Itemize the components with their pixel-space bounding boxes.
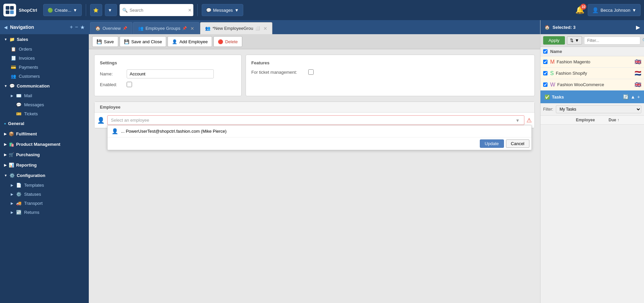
tasks-collapse-icon[interactable]: ▲ [631, 94, 635, 100]
sidebar-item-orders[interactable]: 📋 Orders [0, 45, 89, 54]
clear-search-icon[interactable]: ✕ [188, 8, 192, 13]
employee-dropdown-item[interactable]: 👤 ... PowerUserTest@shopctrl.fashion.com… [108, 125, 531, 137]
sidebar-section-configuration[interactable]: ▼ ⚙️ Configuration [0, 170, 89, 181]
save-icon: 💾 [96, 39, 102, 44]
tasks-filter-select[interactable]: My Tasks [556, 105, 641, 113]
sidebar-section-product-management[interactable]: ▶ 🛍️ Product Management [0, 139, 89, 149]
fulfilment-caret-icon: ▶ [4, 132, 7, 136]
tasks-refresh-icon[interactable]: 🔄 [623, 94, 629, 100]
sidebar-item-mail[interactable]: ▶ ✉️ Mail [0, 91, 89, 100]
payments-icon: 💳 [11, 65, 16, 70]
star-button[interactable]: ⭐ [90, 4, 102, 16]
woo-icon: W [550, 82, 555, 88]
tab-overview-pin-icon: 📌 [123, 26, 127, 31]
add-employee-button[interactable]: 👤 Add Employee [168, 36, 212, 47]
list-item[interactable]: S Fashion Shopify 🇳🇱 [540, 68, 644, 79]
sidebar-item-payments[interactable]: 💳 Payments [0, 63, 89, 72]
messages-button[interactable]: 💬 Messages ▼ [202, 4, 243, 16]
purchasing-caret-icon: ▶ [4, 153, 7, 157]
app-logo: ShopCtrl [3, 4, 37, 16]
item-checkbox-magento[interactable] [543, 60, 548, 64]
tasks-add-icon[interactable]: + [637, 94, 640, 100]
transport-caret-icon: ▶ [11, 201, 13, 205]
history-icon: ▼ [108, 8, 112, 13]
tab-neg-close-icon[interactable]: ✕ [263, 26, 267, 31]
filter-search-icon[interactable]: 🔍 [642, 38, 644, 43]
messages-chevron-icon: ▼ [235, 8, 239, 13]
statuses-caret-icon: ▶ [11, 192, 13, 196]
sidebar-item-messages[interactable]: 💬 Messages [0, 100, 89, 109]
item-checkbox-woo[interactable] [543, 82, 548, 87]
employee-select-dropdown[interactable]: Select an employee [107, 115, 524, 125]
item-name-magento: Fashion Magento [557, 59, 635, 64]
sidebar-nav-left-icon[interactable]: ◀ [4, 25, 7, 30]
notification-badge: 10 [580, 4, 586, 10]
tab-overview[interactable]: 🏠 Overview 📌 [90, 22, 132, 34]
tab-eg-close-icon[interactable]: ✕ [190, 26, 194, 31]
tasks-header: ✅ Tasks 🔄 ▲ + [540, 90, 644, 103]
sidebar-item-tickets[interactable]: 🎫 Tickets [0, 109, 89, 118]
tasks-filter-label: Filter: [543, 107, 553, 112]
sidebar-section-sales[interactable]: ▼ 📁 Sales [0, 34, 89, 45]
create-button[interactable]: 🟢 Create... ▼ [43, 4, 82, 16]
tab-neg-maximize-icon[interactable]: ⬜ [255, 26, 260, 31]
logo-icon [3, 4, 16, 16]
tasks-icon: ✅ [544, 95, 550, 100]
sidebar-section-purchasing[interactable]: ▶ 🛒 Purchasing [0, 149, 89, 160]
features-title: Features [251, 60, 529, 65]
returns-caret-icon: ▶ [11, 210, 13, 214]
panel-expand-icon[interactable]: ▶ [636, 24, 640, 31]
list-item[interactable]: W Fashion WooCommerce 🇬🇧 [540, 79, 644, 90]
user-menu-button[interactable]: 👤 Becca Johnson ▼ [588, 4, 641, 16]
delete-button[interactable]: 🔴 Delete [213, 36, 242, 47]
sidebar-star-icon[interactable]: ★ [80, 24, 85, 31]
sidebar-section-fulfilment[interactable]: ▶ 📦 Fulfilment [0, 129, 89, 139]
save-button[interactable]: 💾 Save [92, 36, 118, 47]
save-close-button[interactable]: 💾 Save and Close [120, 36, 167, 47]
invoices-label: Invoices [19, 56, 35, 61]
item-checkbox-shopify[interactable] [543, 71, 548, 75]
filter-row: Apply ⇅ ▼ 🔍 ✕ [540, 34, 644, 47]
employee-select-avatar-icon: 👤 [97, 117, 105, 124]
flag-icon-shopify: 🇳🇱 [635, 70, 641, 76]
history-button[interactable]: ▼ [105, 4, 117, 16]
sidebar-section-communication[interactable]: ▼ 💬 Communication [0, 81, 89, 91]
sidebar-item-customers[interactable]: 👥 Customers [0, 72, 89, 81]
sidebar-item-transport[interactable]: ▶ 🚚 Transport [0, 199, 89, 208]
select-warning-icon: ⚠ [526, 117, 532, 124]
purchasing-label: Purchasing [16, 152, 40, 157]
svg-rect-0 [6, 6, 9, 10]
enabled-checkbox[interactable] [127, 82, 132, 87]
search-input[interactable] [130, 8, 186, 13]
tab-new-employee-group[interactable]: 👥 *New EmployeeGrou ⬜ ✕ [200, 22, 272, 34]
pm-label: Product Management [16, 142, 60, 147]
pm-caret-icon: ▶ [4, 142, 7, 146]
apply-button[interactable]: Apply [543, 36, 565, 45]
list-item[interactable]: M Fashion Magento 🇬🇧 [540, 56, 644, 68]
sidebar-minus-icon[interactable]: − [75, 24, 78, 31]
sidebar-item-invoices[interactable]: 🧾 Invoices [0, 54, 89, 63]
reporting-label: Reporting [16, 163, 37, 168]
ticket-mgmt-checkbox[interactable] [308, 69, 314, 75]
filter-sort-button[interactable]: ⇅ ▼ [567, 36, 582, 45]
update-button[interactable]: Update [480, 139, 504, 148]
list-select-all-checkbox[interactable] [543, 49, 548, 54]
sidebar-item-templates[interactable]: ▶ 📄 Templates [0, 181, 89, 190]
tasks-due-header: Due ↑ [608, 118, 641, 122]
fulfilment-icon: 📦 [9, 131, 14, 136]
svg-rect-3 [10, 10, 14, 14]
sidebar-section-reporting[interactable]: ▶ 📊 Reporting [0, 160, 89, 170]
cancel-button[interactable]: Cancel [506, 139, 529, 148]
tab-employee-groups[interactable]: 👥 Employee Groups 📌 ✕ [133, 22, 199, 34]
sidebar-item-returns[interactable]: ▶ ↩️ Returns [0, 208, 89, 217]
filter-input[interactable] [584, 37, 640, 45]
notification-button[interactable]: 🔔 10 [575, 6, 584, 14]
sidebar-section-general[interactable]: ● General [0, 118, 89, 129]
sidebar-item-statuses[interactable]: ▶ ⚙️ Statuses [0, 190, 89, 199]
orders-icon: 📋 [11, 47, 16, 52]
tab-eg-icon: 👥 [138, 26, 143, 31]
selected-title: Selected: 3 [553, 25, 633, 30]
sidebar-add-icon[interactable]: + [70, 24, 73, 31]
ticket-mgmt-label: For ticket management: [251, 70, 305, 75]
name-input[interactable] [127, 69, 214, 78]
